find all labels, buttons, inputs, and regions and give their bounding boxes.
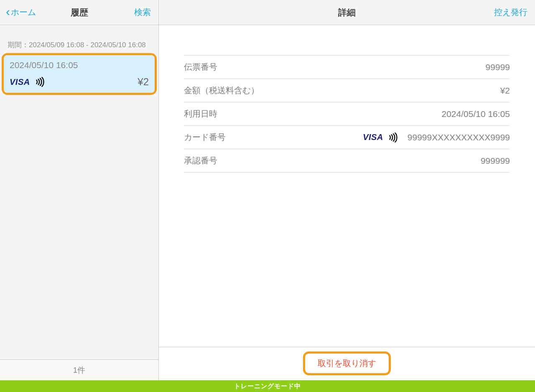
detail-row-value: VISA99999XXXXXXXXXX9999 [363, 132, 510, 143]
detail-row-value-text: ¥2 [500, 86, 510, 96]
cancel-transaction-button[interactable]: 取引を取り消す [306, 354, 388, 372]
history-panel: ‹ ホーム 履歴 検索 期間：2024/05/09 16:08 - 2024/0… [0, 0, 159, 380]
history-header: ‹ ホーム 履歴 検索 [0, 0, 158, 25]
detail-body: 伝票番号99999金額（税送料含む）¥2利用日時2024/05/10 16:05… [159, 25, 535, 347]
detail-row-label: 承認番号 [184, 155, 217, 166]
detail-row-value: ¥2 [500, 86, 510, 96]
transaction-amount: ¥2 [138, 76, 149, 88]
detail-row-value-text: 999999 [481, 156, 510, 166]
issue-receipt-label: 控え発行 [494, 7, 527, 18]
chevron-left-icon: ‹ [6, 5, 10, 18]
back-home-label: ホーム [11, 7, 36, 18]
cancel-button-highlight: 取引を取り消す [303, 351, 391, 375]
detail-panel: 詳細 控え発行 伝票番号99999金額（税送料含む）¥2利用日時2024/05/… [159, 0, 535, 380]
cancel-transaction-label: 取引を取り消す [318, 359, 376, 368]
detail-row-label: 金額（税送料含む） [184, 85, 259, 96]
training-mode-banner: トレーニングモード中 [0, 380, 535, 392]
card-brand-icons: VISA [363, 132, 398, 143]
contactless-icon [34, 76, 45, 87]
detail-footer: 取引を取り消す [159, 347, 535, 380]
contactless-icon [387, 132, 398, 143]
detail-header: 詳細 控え発行 [159, 0, 535, 25]
detail-row: 伝票番号99999 [184, 55, 510, 79]
history-count: 1件 [73, 365, 86, 376]
transaction-item-highlight: 2024/05/10 16:05 VISA ¥2 [2, 53, 157, 95]
detail-row-value: 999999 [481, 156, 510, 166]
visa-logo-icon: VISA [363, 132, 383, 142]
history-footer: 1件 [0, 359, 158, 380]
detail-row-label: 伝票番号 [184, 61, 217, 73]
transaction-item[interactable]: 2024/05/10 16:05 VISA ¥2 [4, 55, 155, 93]
detail-row: 金額（税送料含む）¥2 [184, 79, 510, 102]
detail-row: カード番号VISA99999XXXXXXXXXX9999 [184, 126, 510, 149]
detail-row-value: 2024/05/10 16:05 [442, 109, 510, 119]
detail-title: 詳細 [159, 7, 535, 18]
period-label: 期間：2024/05/09 16:08 - 2024/05/10 16:08 [0, 25, 158, 53]
detail-row: 利用日時2024/05/10 16:05 [184, 102, 510, 126]
detail-row-value-text: 99999 [486, 62, 510, 72]
detail-row-label: 利用日時 [184, 108, 217, 120]
transaction-date: 2024/05/10 16:05 [10, 60, 149, 70]
transaction-list: 2024/05/10 16:05 VISA ¥2 [0, 53, 158, 359]
detail-row: 承認番号999999 [184, 149, 510, 173]
issue-receipt-button[interactable]: 控え発行 [494, 0, 527, 25]
transaction-row: VISA ¥2 [10, 76, 149, 88]
search-label: 検索 [134, 7, 151, 18]
detail-row-label: カード番号 [184, 132, 226, 143]
back-home-button[interactable]: ‹ ホーム [6, 0, 36, 25]
detail-row-value: 99999 [486, 62, 510, 72]
detail-row-value-text: 99999XXXXXXXXXX9999 [408, 132, 510, 143]
training-mode-label: トレーニングモード中 [234, 382, 301, 390]
visa-logo-icon: VISA [10, 77, 30, 87]
search-button[interactable]: 検索 [134, 0, 151, 25]
detail-row-value-text: 2024/05/10 16:05 [442, 109, 510, 119]
